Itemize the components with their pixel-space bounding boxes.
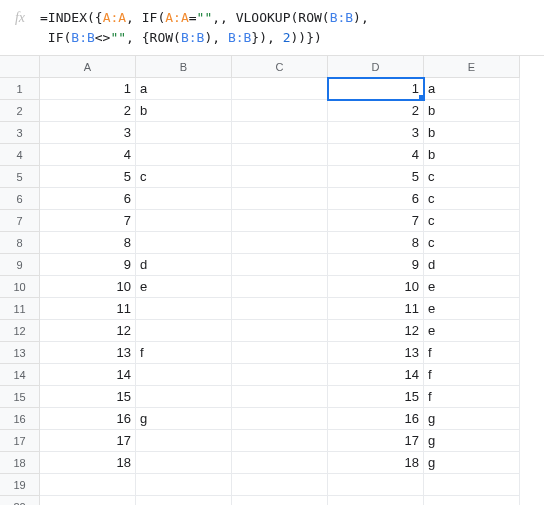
cell[interactable] xyxy=(424,496,520,505)
cell[interactable]: 17 xyxy=(40,430,136,452)
spreadsheet-grid[interactable]: ABCDE11a1a22b2b333b444b55c5c666c777c888c… xyxy=(0,56,544,505)
cell[interactable] xyxy=(232,386,328,408)
cell[interactable] xyxy=(232,298,328,320)
cell[interactable] xyxy=(40,496,136,505)
row-head[interactable]: 1 xyxy=(0,78,40,100)
cell[interactable]: 5 xyxy=(328,166,424,188)
cell[interactable]: e xyxy=(136,276,232,298)
cell[interactable] xyxy=(424,474,520,496)
cell[interactable]: 14 xyxy=(40,364,136,386)
cell[interactable]: 2 xyxy=(328,100,424,122)
cell[interactable]: 3 xyxy=(40,122,136,144)
cell[interactable] xyxy=(232,320,328,342)
cell[interactable]: 12 xyxy=(40,320,136,342)
cell[interactable] xyxy=(136,496,232,505)
cell[interactable]: 15 xyxy=(328,386,424,408)
cell[interactable]: 16 xyxy=(328,408,424,430)
cell[interactable] xyxy=(232,188,328,210)
cell[interactable]: 2 xyxy=(40,100,136,122)
row-head[interactable]: 7 xyxy=(0,210,40,232)
cell[interactable] xyxy=(328,496,424,505)
cell[interactable]: b xyxy=(424,100,520,122)
cell[interactable] xyxy=(40,474,136,496)
cell[interactable]: g xyxy=(424,452,520,474)
cell[interactable] xyxy=(136,232,232,254)
cell[interactable] xyxy=(232,122,328,144)
cell[interactable] xyxy=(136,320,232,342)
cell[interactable]: 4 xyxy=(40,144,136,166)
cell[interactable]: e xyxy=(424,276,520,298)
cell[interactable] xyxy=(232,254,328,276)
cell[interactable]: f xyxy=(424,342,520,364)
cell[interactable]: g xyxy=(424,430,520,452)
cell[interactable]: 1 xyxy=(328,78,424,100)
cell[interactable]: e xyxy=(424,320,520,342)
cell[interactable]: f xyxy=(424,364,520,386)
cell[interactable]: 10 xyxy=(40,276,136,298)
cell[interactable] xyxy=(232,210,328,232)
cell[interactable]: 1 xyxy=(40,78,136,100)
cell[interactable]: 9 xyxy=(328,254,424,276)
cell[interactable]: b xyxy=(424,144,520,166)
cell[interactable] xyxy=(136,144,232,166)
cell[interactable]: d xyxy=(424,254,520,276)
cell[interactable]: a xyxy=(424,78,520,100)
col-head-b[interactable]: B xyxy=(136,56,232,78)
row-head[interactable]: 12 xyxy=(0,320,40,342)
cell[interactable] xyxy=(232,232,328,254)
row-head[interactable]: 11 xyxy=(0,298,40,320)
row-head[interactable]: 16 xyxy=(0,408,40,430)
row-head[interactable]: 4 xyxy=(0,144,40,166)
cell[interactable] xyxy=(232,496,328,505)
cell[interactable]: 16 xyxy=(40,408,136,430)
row-head[interactable]: 2 xyxy=(0,100,40,122)
cell[interactable]: 8 xyxy=(328,232,424,254)
cell[interactable]: g xyxy=(424,408,520,430)
cell[interactable]: 9 xyxy=(40,254,136,276)
cell[interactable]: c xyxy=(424,188,520,210)
row-head[interactable]: 5 xyxy=(0,166,40,188)
cell[interactable] xyxy=(136,474,232,496)
cell[interactable] xyxy=(328,474,424,496)
cell[interactable]: 15 xyxy=(40,386,136,408)
cell[interactable] xyxy=(136,430,232,452)
row-head[interactable]: 8 xyxy=(0,232,40,254)
cell[interactable]: 3 xyxy=(328,122,424,144)
cell[interactable]: 8 xyxy=(40,232,136,254)
cell[interactable]: c xyxy=(424,166,520,188)
cell[interactable]: d xyxy=(136,254,232,276)
cell[interactable] xyxy=(136,210,232,232)
cell[interactable] xyxy=(136,298,232,320)
col-head-c[interactable]: C xyxy=(232,56,328,78)
col-head-d[interactable]: D xyxy=(328,56,424,78)
row-head[interactable]: 14 xyxy=(0,364,40,386)
row-head[interactable]: 10 xyxy=(0,276,40,298)
cell[interactable]: b xyxy=(424,122,520,144)
cell[interactable]: 4 xyxy=(328,144,424,166)
cell[interactable] xyxy=(232,430,328,452)
cell[interactable]: 11 xyxy=(328,298,424,320)
cell[interactable]: 10 xyxy=(328,276,424,298)
cell[interactable]: 11 xyxy=(40,298,136,320)
select-all-corner[interactable] xyxy=(0,56,40,78)
cell[interactable]: 6 xyxy=(328,188,424,210)
cell[interactable]: 5 xyxy=(40,166,136,188)
cell[interactable] xyxy=(136,386,232,408)
cell[interactable] xyxy=(232,364,328,386)
row-head[interactable]: 19 xyxy=(0,474,40,496)
cell[interactable]: 6 xyxy=(40,188,136,210)
col-head-a[interactable]: A xyxy=(40,56,136,78)
cell[interactable] xyxy=(232,166,328,188)
cell[interactable]: 17 xyxy=(328,430,424,452)
cell[interactable]: c xyxy=(136,166,232,188)
cell[interactable] xyxy=(136,122,232,144)
cell[interactable] xyxy=(232,144,328,166)
cell[interactable] xyxy=(232,342,328,364)
cell[interactable] xyxy=(136,364,232,386)
cell[interactable]: 12 xyxy=(328,320,424,342)
cell[interactable] xyxy=(232,78,328,100)
col-head-e[interactable]: E xyxy=(424,56,520,78)
row-head[interactable]: 3 xyxy=(0,122,40,144)
cell[interactable]: 7 xyxy=(40,210,136,232)
cell[interactable]: b xyxy=(136,100,232,122)
